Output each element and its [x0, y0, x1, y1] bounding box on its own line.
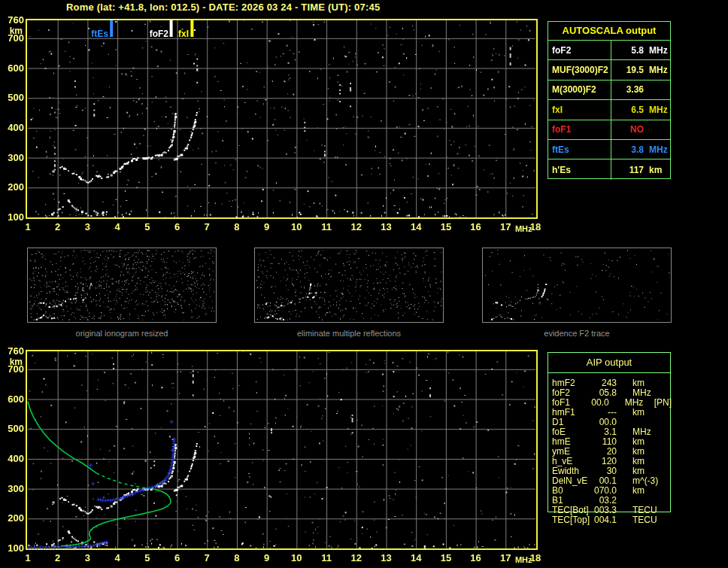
thumbnail-caption: evidence F2 trace — [482, 329, 672, 338]
row-unit: km — [632, 486, 664, 496]
row-value: 004.1 — [591, 515, 617, 525]
table-row-muf3000f2: MUF(3000)F2 19.5MHz — [548, 60, 670, 80]
thumbnail-canvas — [255, 248, 443, 322]
aip-output-panel: AIP output hmF2243km foF205.8MHz foF100.… — [548, 352, 671, 512]
row-unit: km — [649, 165, 662, 175]
table-row-foF2: foF2 5.8MHz — [548, 41, 670, 60]
table-row-ftEs: ftEs 3.8MHz — [548, 140, 670, 159]
row-unit: MHz — [649, 105, 668, 115]
table-row-fxI: fxI 6.5MHz — [548, 100, 670, 120]
row-label: M(3000)F2 — [548, 80, 611, 99]
row-extra: [PN] — [654, 398, 672, 408]
aip-header: AIP output — [548, 353, 670, 373]
thumbnail-evidence-f2 — [482, 248, 672, 323]
row-value: NO — [611, 124, 644, 135]
thumbnail-caption: eliminate multiple reflections — [254, 329, 444, 338]
row-value: 3.36 — [611, 84, 644, 95]
profile-plot-canvas — [0, 343, 549, 568]
row-value: 117 — [611, 165, 644, 175]
fxI-marker-label: fxI — [157, 29, 189, 39]
row-value: 00.0 — [587, 398, 609, 408]
row-unit: TECU — [632, 515, 664, 525]
table-row-hEs: h'Es 117km — [548, 159, 670, 179]
autoscala-header: AUTOSCALA output — [548, 22, 670, 41]
row-label: foF1 — [548, 120, 611, 139]
thumbnail-eliminate-reflections — [254, 248, 444, 323]
autoscala-output-panel: AUTOSCALA output foF2 5.8MHz MUF(3000)F2… — [548, 21, 671, 179]
aip-rows: hmF2243km foF205.8MHz foF100.0MHz[PN] hm… — [548, 378, 672, 525]
row-unit: MHz — [649, 65, 668, 75]
row-label: MUF(3000)F2 — [548, 60, 611, 79]
thumbnail-canvas — [28, 248, 216, 322]
row-value: 19.5 — [611, 65, 644, 75]
table-row-foF1: foF1 NO — [548, 120, 670, 140]
row-value: 5.8 — [611, 45, 644, 56]
row-value: 3.8 — [611, 144, 644, 155]
row-label: ftEs — [548, 140, 611, 159]
row-label: fxI — [548, 100, 611, 119]
page-title: Rome (lat: +41.8, lon: 012.5) - DATE: 20… — [66, 2, 380, 13]
ionogram-canvas — [0, 12, 549, 238]
profile-plot — [0, 343, 549, 568]
row-unit: MHz — [649, 45, 668, 56]
thumbnail-caption: original ionogram resized — [27, 329, 217, 338]
ftEs-marker-label: ftEs — [77, 29, 108, 39]
table-row-m3000f2: M(3000)F2 3.36 — [548, 80, 670, 100]
row-label: foF2 — [548, 41, 611, 59]
row-value: 6.5 — [611, 105, 644, 115]
row-label: TEC[Top] — [548, 515, 591, 525]
autoscala-screen: Rome (lat: +41.8, lon: 012.5) - DATE: 20… — [0, 0, 728, 568]
row-unit: km — [632, 408, 664, 418]
table-row-TEC-Top: TEC[Top]004.1TECU — [548, 515, 672, 525]
ionogram-plot: ftEs foF2 fxI — [0, 12, 549, 238]
thumbnail-canvas — [483, 248, 671, 322]
row-unit: MHz — [649, 144, 668, 155]
thumbnail-original-ionogram — [27, 248, 217, 323]
row-label: h'Es — [548, 159, 611, 179]
